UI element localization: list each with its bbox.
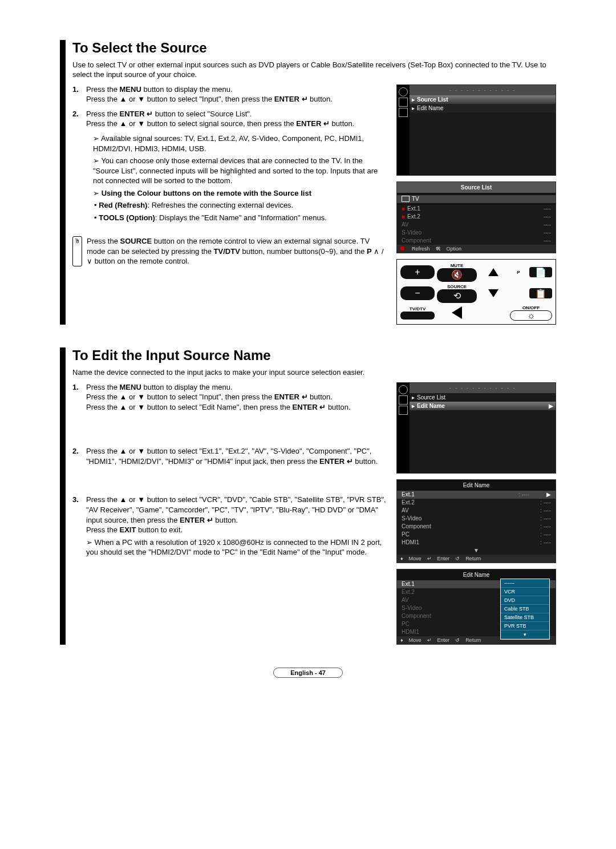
enter-icon: ↵	[347, 457, 353, 466]
step-number: 2.	[72, 446, 83, 466]
enter-icon: ↵	[302, 95, 308, 103]
enter-icon: ↵	[319, 403, 326, 411]
enter-icon: ↵	[147, 110, 153, 118]
minus-button: −	[400, 286, 435, 300]
bullet: Red (Refresh): Refreshes the connecting …	[94, 200, 386, 211]
media-icon	[399, 108, 408, 117]
enter-icon: ↵	[302, 393, 308, 401]
plus-button: +	[400, 265, 435, 279]
step-number: 3.	[72, 495, 83, 559]
note: Using the Colour buttons on the remote w…	[93, 188, 386, 199]
tv-icon	[402, 196, 410, 202]
step1-body: Press the MENU button to display the men…	[86, 382, 386, 413]
note: You can choose only those external devic…	[93, 156, 386, 186]
osd-input-menu: - - - - - - - - - - - - ▸ Source List ▸ …	[396, 84, 556, 176]
tvdtv-button	[400, 312, 435, 320]
media-icon	[399, 406, 408, 415]
input-icon	[399, 98, 408, 107]
gear-icon	[399, 87, 408, 96]
source-button: ⟲	[437, 289, 477, 303]
osd-edit-name-list: Edit Name Ext.1: ----▶ Ext.2: ---- AV: -…	[396, 479, 556, 563]
onoff-button: ☼	[510, 310, 552, 321]
gear-icon	[399, 385, 408, 394]
step-number: 2.	[72, 109, 83, 129]
input-icon	[399, 395, 408, 405]
section2-intro: Name the device connected to the input j…	[72, 368, 556, 378]
osd-edit-name-dropdown: Edit Name Ext.1 Ext.2 AV S-Video Compone…	[396, 569, 556, 645]
chevron-up-icon	[488, 268, 499, 276]
osd-input-menu-2: - - - - - - - - - - - - ▸ Source List ▸ …	[396, 382, 556, 474]
list-button: 📋	[529, 288, 552, 298]
osd-source-list: Source List TV ■Ext.1---- ■Ext.2---- AV-…	[396, 181, 556, 253]
remote-control-diagram: + MUTE🔇 P 📄 − SOURCE⟲ 📋 TV/DTV ON/OFF☼	[396, 259, 556, 325]
enter-icon: ↵	[323, 119, 330, 128]
section1-title: To Select the Source	[72, 40, 556, 56]
triangle-left-icon	[452, 306, 462, 319]
step3-body: Press the ▲ or ▼ button to select "VCR",…	[86, 495, 386, 559]
section1-intro: Use to select TV or other external input…	[72, 60, 556, 80]
enter-icon: ↵	[207, 516, 213, 524]
guide-button: 📄	[529, 267, 552, 277]
step2-body: Press the ▲ or ▼ button to select "Ext.1…	[86, 446, 386, 466]
remote-note-text: Press the SOURCE button on the remote co…	[87, 236, 386, 266]
step-number: 1.	[72, 84, 83, 104]
dropdown-list: ------ VCR DVD Cable STB Satellite STB P…	[500, 579, 550, 640]
section2-title: To Edit the Input Source Name	[72, 347, 556, 363]
step1-body: Press the MENU button to display the men…	[86, 84, 386, 104]
page-footer: English - 47	[273, 668, 343, 678]
step2-body: Press the ENTER ↵ button to select "Sour…	[86, 109, 386, 129]
bullet: TOOLS (Option): Displays the "Edit Name"…	[94, 213, 386, 223]
note: Available signal sources: TV, Ext.1, Ext…	[93, 134, 386, 153]
step-number: 1.	[72, 382, 83, 413]
chevron-down-icon	[488, 289, 499, 297]
remote-hint-icon: 🖱	[72, 236, 82, 266]
